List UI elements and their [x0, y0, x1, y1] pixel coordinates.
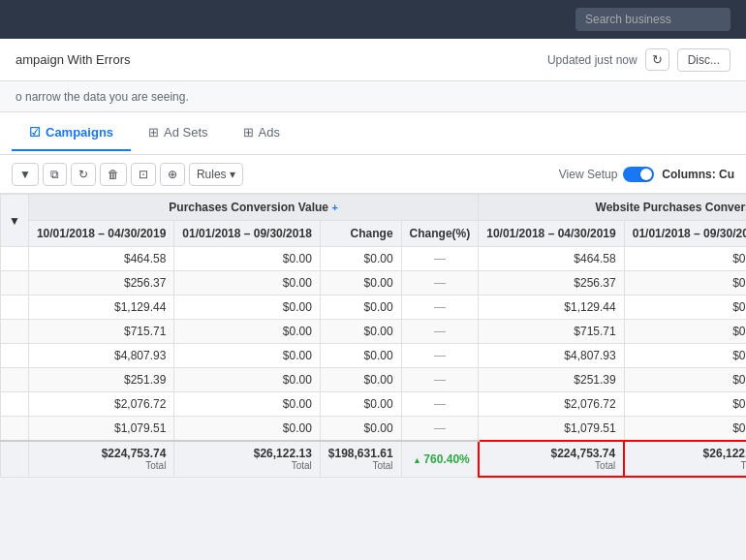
tag-button[interactable]: ⊕: [160, 163, 185, 186]
g2-date1-header: 10/01/2018 – 04/30/2019: [479, 221, 624, 247]
sort-col-header[interactable]: ▼: [1, 195, 29, 247]
g1-d1: $4,807.93: [28, 344, 173, 368]
group1-plus-icon[interactable]: +: [331, 202, 337, 213]
g2-date2-header: 01/01/2018 – 09/30/2018: [624, 221, 746, 247]
delete-button[interactable]: 🗑: [100, 163, 127, 186]
campaign-title: ampaign With Errors: [16, 52, 130, 67]
g2-d1: $1,079.51: [479, 417, 624, 442]
g1-d1: $2,076.72: [28, 392, 173, 417]
group1-header: Purchases Conversion Value +: [28, 195, 478, 221]
row-selector: [1, 247, 29, 271]
g2-d1: $715.71: [479, 320, 624, 344]
duplicate-button[interactable]: ⊡: [131, 163, 156, 186]
g1-total-d1: $224,753.74 Total: [28, 441, 173, 477]
toolbar: ▼ ⧉ ↻ 🗑 ⊡ ⊕ Rules ▾ View Setup Columns: …: [0, 155, 746, 194]
g1-pct: —: [401, 417, 479, 442]
g1-pct: —: [401, 296, 479, 320]
toolbar-right: View Setup Columns: Cu: [559, 167, 734, 182]
g2-d1: $464.58: [479, 247, 624, 271]
toolbar-left: ▼ ⧉ ↻ 🗑 ⊡ ⊕ Rules ▾: [12, 163, 243, 186]
g1-pct: —: [401, 320, 479, 344]
updated-text: Updated just now: [547, 53, 637, 67]
table-row: $464.58 $0.00 $0.00 — $464.58 $0.00 $0.0…: [1, 247, 747, 271]
g1-d2: $0.00: [174, 392, 320, 417]
search-input[interactable]: [575, 8, 730, 31]
g2-d1: $256.37: [479, 271, 624, 296]
row-selector: [1, 296, 29, 320]
row-selector: [1, 368, 29, 392]
g2-d1: $1,129.44: [479, 296, 624, 320]
g1-total-d2: $26,122.13 Total: [174, 441, 320, 477]
table-row: $4,807.93 $0.00 $0.00 — $4,807.93 $0.00 …: [1, 344, 747, 368]
table-row: $1,079.51 $0.00 $0.00 — $1,079.51 $0.00 …: [1, 417, 747, 442]
g1-chg: $0.00: [320, 271, 401, 296]
g1-d2: $0.00: [174, 320, 320, 344]
g1-d2: $0.00: [174, 247, 320, 271]
filter-bar: o narrow the data you are seeing.: [0, 81, 746, 112]
refresh-tool-button[interactable]: ↻: [71, 163, 96, 186]
tab-campaigns[interactable]: ☑ Campaigns: [12, 115, 131, 151]
g1-d2: $0.00: [174, 296, 320, 320]
g2-d2: $0.00: [624, 271, 746, 296]
g1-chg: $0.00: [320, 344, 401, 368]
copy-button[interactable]: ⧉: [43, 163, 67, 186]
g1-d1: $251.39: [28, 368, 173, 392]
g1-chg: $0.00: [320, 392, 401, 417]
campaigns-icon: ☑: [29, 125, 41, 140]
g2-total-d1: $224,753.74 Total: [479, 441, 624, 477]
g2-d1: $251.39: [479, 368, 624, 392]
g2-d2: $0.00: [624, 392, 746, 417]
row-selector: [1, 417, 29, 442]
g1-d1: $715.71: [28, 320, 173, 344]
table-row: $256.37 $0.00 $0.00 — $256.37 $0.00 $0.0…: [1, 271, 747, 296]
g1-d2: $0.00: [174, 417, 320, 442]
g1-d1: $1,079.51: [28, 417, 173, 442]
g1-chg: $0.00: [320, 247, 401, 271]
view-setup-toggle[interactable]: [623, 167, 654, 182]
g2-d2: $0.00: [624, 296, 746, 320]
refresh-button[interactable]: ↻: [645, 48, 669, 71]
g1-d1: $464.58: [28, 247, 173, 271]
data-table: ▼ Purchases Conversion Value + Website P…: [0, 194, 746, 478]
discard-button[interactable]: Disc...: [677, 48, 730, 72]
row-selector: [1, 271, 29, 296]
table-wrapper: ▼ Purchases Conversion Value + Website P…: [0, 194, 746, 478]
adsets-icon: ⊞: [148, 125, 159, 140]
g1-change-header: Change: [320, 221, 401, 247]
g1-chg: $0.00: [320, 417, 401, 442]
rules-button[interactable]: Rules ▾: [189, 163, 243, 186]
g1-d2: $0.00: [174, 271, 320, 296]
top-nav: [0, 0, 746, 39]
filter-text: o narrow the data you are seeing.: [16, 90, 189, 104]
tab-bar: ☑ Campaigns ⊞ Ad Sets ⊞ Ads: [0, 112, 746, 155]
g1-chg: $0.00: [320, 320, 401, 344]
g1-total-pct: 760.40%: [401, 441, 479, 477]
table-row: $2,076.72 $0.00 $0.00 — $2,076.72 $0.00 …: [1, 392, 747, 417]
g1-d1: $256.37: [28, 271, 173, 296]
g2-d2: $0.00: [624, 247, 746, 271]
g1-date1-header: 10/01/2018 – 04/30/2019: [28, 221, 173, 247]
g1-pct: —: [401, 271, 479, 296]
total-label: [1, 441, 29, 477]
view-setup-label: View Setup: [559, 168, 618, 181]
ads-icon: ⊞: [243, 125, 254, 140]
table-row: $251.39 $0.00 $0.00 — $251.39 $0.00 $0.0…: [1, 368, 747, 392]
table-row: $715.71 $0.00 $0.00 — $715.71 $0.00 $0.0…: [1, 320, 747, 344]
view-setup: View Setup: [559, 167, 655, 182]
sub-header: ampaign With Errors Updated just now ↻ D…: [0, 39, 746, 81]
tab-ads[interactable]: ⊞ Ads: [226, 115, 297, 151]
g2-d2: $0.00: [624, 417, 746, 442]
g1-total-chg: $198,631.61 Total: [320, 441, 401, 477]
row-selector: [1, 320, 29, 344]
g1-chg: $0.00: [320, 296, 401, 320]
header-right: Updated just now ↻ Disc...: [547, 48, 730, 72]
table-row: $1,129.44 $0.00 $0.00 — $1,129.44 $0.00 …: [1, 296, 747, 320]
tab-adsets[interactable]: ⊞ Ad Sets: [131, 115, 226, 151]
table-container: ▼ Purchases Conversion Value + Website P…: [0, 194, 746, 478]
g1-d2: $0.00: [174, 368, 320, 392]
g2-d1: $4,807.93: [479, 344, 624, 368]
row-selector: [1, 392, 29, 417]
filter-button[interactable]: ▼: [12, 163, 39, 186]
columns-label: Columns: Cu: [662, 168, 734, 181]
g1-pct: —: [401, 392, 479, 417]
